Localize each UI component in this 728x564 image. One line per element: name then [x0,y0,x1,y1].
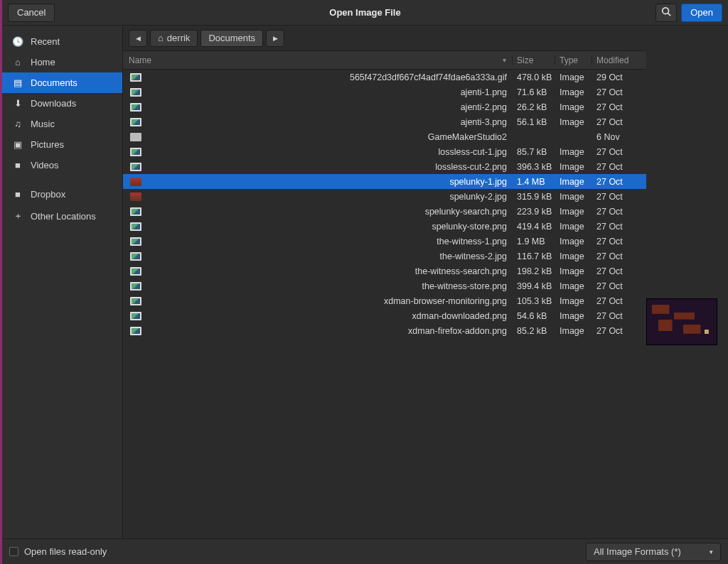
file-icon [130,207,141,216]
search-button[interactable] [655,4,677,22]
column-name-label: Name [129,55,151,65]
file-size: 1.9 MB [513,237,555,246]
file-size: 54.6 kB [513,311,555,321]
table-row[interactable]: lossless-cut-2.png396.3 kBImage27 Oct [123,159,646,174]
file-type: Image [555,326,592,336]
sidebar-item-videos[interactable]: ■Videos [2,155,122,175]
column-header-name[interactable]: Name ▾ [123,55,513,65]
file-type: Image [555,237,592,246]
file-icon [130,237,141,246]
file-type: Image [555,296,592,306]
table-row[interactable]: xdman-downloaded.png54.6 kBImage27 Oct [123,308,646,323]
table-row[interactable]: the-witness-2.jpg116.7 kBImage27 Oct [123,249,646,264]
sidebar-item-music[interactable]: ♫Music [2,114,122,134]
sidebar-item-pictures[interactable]: ▣Pictures [2,134,122,155]
file-icon [130,222,141,231]
home-icon: ⌂ [158,33,164,43]
pictures-icon: ▣ [12,139,23,150]
file-size: 26.2 kB [513,102,555,112]
file-size: 315.9 kB [513,192,555,202]
file-icon [130,163,141,171]
file-modified: 27 Oct [592,296,646,306]
file-icon [130,148,141,156]
file-name: GameMakerStudio2 [428,132,507,142]
sidebar-item-home[interactable]: ⌂Home [2,52,122,72]
table-row[interactable]: spelunky-1.jpg1.4 MBImage27 Oct [123,174,646,189]
table-row[interactable]: xdman-firefox-addon.png85.2 kBImage27 Oc… [123,323,646,338]
sidebar-item-label: Recent [31,36,60,47]
sidebar-item-documents[interactable]: ▤Documents [2,72,122,93]
file-icon [130,282,141,291]
table-row[interactable]: ajenti-2.png26.2 kBImage27 Oct [123,99,646,114]
sidebar-item-recent[interactable]: 🕓Recent [2,31,122,52]
file-icon [130,118,141,126]
file-modified: 27 Oct [592,251,646,261]
path-current-crumb[interactable]: Documents [200,30,263,47]
file-name: the-witness-store.png [422,281,507,291]
sidebar-item-dropbox[interactable]: ■Dropbox [2,184,122,205]
table-row[interactable]: the-witness-search.png198.2 kBImage27 Oc… [123,264,646,278]
file-size: 396.3 kB [513,162,555,172]
file-modified: 27 Oct [592,222,646,232]
file-name: lossless-cut-1.jpg [438,147,507,157]
file-list[interactable]: 565f472d3df667cf4adf74fdae6a333a.gif478.… [123,70,646,538]
preview-pane [646,26,728,538]
preview-thumbnail [646,298,717,345]
svg-point-0 [663,8,669,14]
file-name: the-witness-search.png [415,266,507,276]
file-name: ajenti-3.png [461,117,507,127]
table-row[interactable]: spelunky-search.png223.9 kBImage27 Oct [123,204,646,219]
open-button[interactable]: Open [681,4,722,22]
sidebar-item-other-locations[interactable]: ＋Other Locations [2,205,122,227]
file-format-combo[interactable]: All Image Formats (*) ▾ [586,543,721,561]
readonly-checkbox[interactable] [9,547,18,556]
file-type: Image [555,102,592,112]
file-type: Image [555,177,592,187]
other-locations-icon: ＋ [12,210,23,222]
file-size: 56.1 kB [513,117,555,127]
documents-icon: ▤ [12,77,23,88]
file-type: Image [555,281,592,291]
table-row[interactable]: the-witness-1.png1.9 MBImage27 Oct [123,234,646,249]
file-type: Image [555,147,592,157]
music-icon: ♫ [12,119,23,129]
sidebar-item-downloads[interactable]: ⬇Downloads [2,93,122,114]
cancel-button[interactable]: Cancel [8,4,55,22]
file-size: 85.7 kB [513,147,555,157]
file-icon [130,178,141,186]
chevron-left-icon: ◀ [136,35,141,42]
sidebar-item-label: Documents [31,77,77,88]
downloads-icon: ⬇ [12,98,23,109]
table-row[interactable]: ajenti-3.png56.1 kBImage27 Oct [123,114,646,129]
file-modified: 27 Oct [592,266,646,276]
table-row[interactable]: xdman-browser-monitoring.png105.3 kBImag… [123,293,646,308]
table-row[interactable]: spelunky-2.jpg315.9 kBImage27 Oct [123,189,646,204]
table-row[interactable]: ajenti-1.png71.6 kBImage27 Oct [123,85,646,99]
sidebar-item-label: Music [31,119,55,129]
readonly-label: Open files read-only [24,546,107,557]
path-back-button[interactable]: ◀ [129,30,147,47]
path-home-crumb[interactable]: ⌂ derrik [150,30,198,47]
column-header-size[interactable]: Size [513,55,555,65]
table-row[interactable]: the-witness-store.png399.4 kBImage27 Oct [123,278,646,293]
sidebar-item-label: Downloads [31,98,76,109]
file-name: spelunky-store.png [432,222,507,232]
file-modified: 27 Oct [592,102,646,112]
file-format-label: All Image Formats (*) [594,546,681,557]
dialog-header: Cancel Open Image File Open [2,0,728,26]
table-row[interactable]: GameMakerStudio26 Nov [123,129,646,144]
file-name: 565f472d3df667cf4adf74fdae6a333a.gif [350,72,507,82]
file-size: 105.3 kB [513,296,555,306]
file-modified: 29 Oct [592,72,646,82]
column-header-modified[interactable]: Modified [592,55,646,65]
dialog-title: Open Image File [2,7,728,18]
table-row[interactable]: lossless-cut-1.jpg85.7 kBImage27 Oct [123,144,646,159]
file-modified: 27 Oct [592,326,646,336]
file-type: Image [555,117,592,127]
file-type: Image [555,162,592,172]
table-row[interactable]: 565f472d3df667cf4adf74fdae6a333a.gif478.… [123,70,646,85]
file-modified: 27 Oct [592,147,646,157]
path-forward-button[interactable]: ▶ [266,30,284,47]
table-row[interactable]: spelunky-store.png419.4 kBImage27 Oct [123,219,646,234]
column-header-type[interactable]: Type [555,55,592,65]
